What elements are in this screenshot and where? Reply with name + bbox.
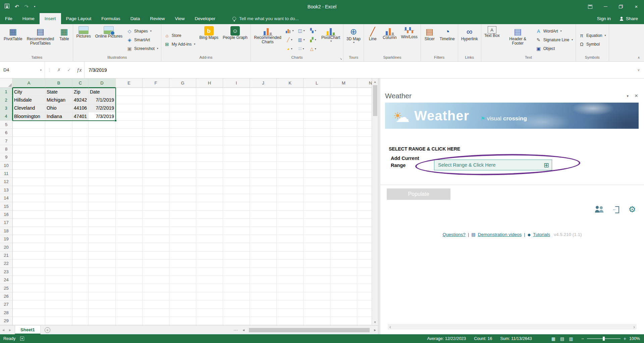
cell-E7[interactable] (116, 137, 143, 145)
cell-F2[interactable] (143, 96, 169, 104)
cell-H19[interactable] (196, 235, 223, 243)
cell-K27[interactable] (277, 300, 304, 308)
cell-H24[interactable] (196, 276, 223, 284)
cell-K12[interactable] (277, 178, 304, 186)
cell-B24[interactable] (45, 276, 72, 284)
cell-G24[interactable] (169, 276, 196, 284)
cell-I25[interactable] (223, 284, 250, 292)
cell-A20[interactable] (13, 243, 45, 251)
cell-N10[interactable] (357, 162, 372, 170)
cell-E24[interactable] (116, 276, 143, 284)
bing-maps-button[interactable]: bBing Maps (197, 25, 220, 55)
cell-B6[interactable] (45, 129, 72, 137)
cell-J28[interactable] (250, 309, 277, 317)
cell-M18[interactable] (330, 227, 357, 235)
cell-F12[interactable] (143, 178, 169, 186)
cell-H28[interactable] (196, 309, 223, 317)
dialog-launcher-icon[interactable]: ↘ (339, 57, 342, 60)
close-icon[interactable]: × (629, 0, 644, 13)
cell-G29[interactable] (169, 317, 196, 325)
redo-icon[interactable]: ↷ (24, 4, 29, 10)
cell-J14[interactable] (250, 194, 277, 202)
demonstration-videos-link[interactable]: Demonstration videos (478, 232, 522, 237)
cell-L14[interactable] (304, 194, 330, 202)
cell-K25[interactable] (277, 284, 304, 292)
cell-L1[interactable] (304, 88, 330, 96)
cell-K30[interactable] (277, 325, 304, 325)
cell-A7[interactable] (13, 137, 45, 145)
cell-K22[interactable] (277, 260, 304, 268)
cell-H10[interactable] (196, 162, 223, 170)
cell-K2[interactable] (277, 96, 304, 104)
cell-E25[interactable] (116, 284, 143, 292)
cell-I16[interactable] (223, 211, 250, 219)
macro-record-icon[interactable] (20, 337, 24, 341)
cell-I20[interactable] (223, 243, 250, 251)
cell-J18[interactable] (250, 227, 277, 235)
cell-H6[interactable] (196, 129, 223, 137)
hyperlink-button[interactable]: ∞Hyperlink (459, 25, 480, 55)
cell-G4[interactable] (169, 112, 196, 120)
cell-M15[interactable] (330, 202, 357, 210)
row-header-14[interactable]: 14 (0, 194, 13, 202)
cell-J5[interactable] (250, 121, 277, 129)
zoom-slider[interactable] (587, 338, 621, 339)
cell-I26[interactable] (223, 292, 250, 300)
cell-D21[interactable] (89, 251, 116, 260)
select-range-input[interactable]: Select Range & Click Here ⊞ (434, 160, 552, 170)
cell-M21[interactable] (330, 251, 357, 260)
cell-C10[interactable] (72, 162, 89, 170)
wordart-button[interactable]: AWordArt▾ (534, 27, 575, 35)
task-pane-options-icon[interactable]: ▾ (627, 94, 629, 98)
cell-I18[interactable] (223, 227, 250, 235)
cell-F26[interactable] (143, 292, 169, 300)
cell-N8[interactable] (357, 145, 372, 153)
cell-D7[interactable] (89, 137, 116, 145)
cell-N6[interactable] (357, 129, 372, 137)
cell-C18[interactable] (72, 227, 89, 235)
cell-B1[interactable]: State (45, 88, 72, 96)
new-sheet-button[interactable]: + (45, 327, 50, 333)
cell-H7[interactable] (196, 137, 223, 145)
cell-N25[interactable] (357, 284, 372, 292)
cell-J13[interactable] (250, 186, 277, 194)
cell-N21[interactable] (357, 251, 372, 260)
cell-K16[interactable] (277, 211, 304, 219)
cell-D11[interactable] (89, 170, 116, 178)
cell-M29[interactable] (330, 317, 357, 325)
row-header-20[interactable]: 20 (0, 243, 13, 251)
cell-N3[interactable] (357, 104, 372, 112)
cell-I22[interactable] (223, 260, 250, 268)
cell-B3[interactable]: Ohio (45, 104, 72, 112)
cell-D24[interactable] (89, 276, 116, 284)
cell-G15[interactable] (169, 202, 196, 210)
cell-M3[interactable] (330, 104, 357, 112)
cell-L6[interactable] (304, 129, 330, 137)
insert-function-icon[interactable]: ƒx (74, 67, 84, 73)
scroll-left-icon[interactable]: ◂ (240, 328, 247, 332)
cell-K11[interactable] (277, 170, 304, 178)
cell-H2[interactable] (196, 96, 223, 104)
cell-E21[interactable] (116, 251, 143, 260)
cell-A26[interactable] (13, 292, 45, 300)
cell-C20[interactable] (72, 243, 89, 251)
cell-H9[interactable] (196, 153, 223, 161)
cell-B14[interactable] (45, 194, 72, 202)
cell-B16[interactable] (45, 211, 72, 219)
cell-F21[interactable] (143, 251, 169, 260)
cell-C22[interactable] (72, 260, 89, 268)
cell-E22[interactable] (116, 260, 143, 268)
cell-G5[interactable] (169, 121, 196, 129)
cell-M9[interactable] (330, 153, 357, 161)
cell-J19[interactable] (250, 235, 277, 243)
insert-waterfall-or-stock-chart-button[interactable]: ▚▾ (307, 26, 319, 35)
cell-A19[interactable] (13, 235, 45, 243)
cell-D1[interactable]: Date (89, 88, 116, 96)
cell-K8[interactable] (277, 145, 304, 153)
cell-C17[interactable] (72, 219, 89, 227)
cell-D30[interactable] (89, 325, 116, 325)
collapse-ribbon-icon[interactable]: ∧ (638, 56, 640, 59)
cell-B20[interactable] (45, 243, 72, 251)
cell-D16[interactable] (89, 211, 116, 219)
cell-M4[interactable] (330, 112, 357, 120)
